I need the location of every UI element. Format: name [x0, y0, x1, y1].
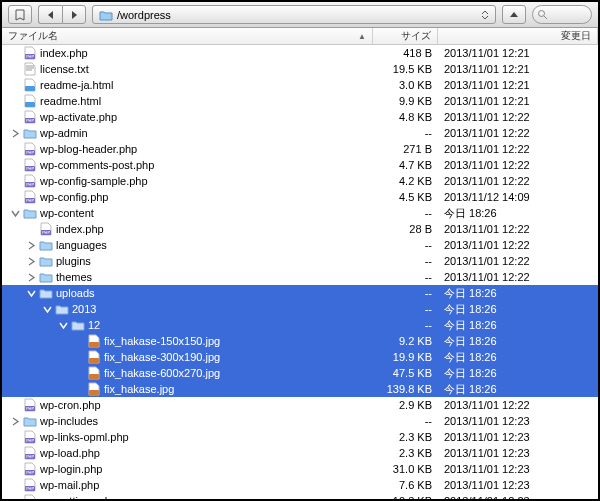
file-row[interactable]: PHPindex.php28 B2013/11/01 12:22: [2, 221, 598, 237]
file-row[interactable]: PHPwp-settings.php10.3 KB2013/11/01 12:2…: [2, 493, 598, 501]
disclosure-open-icon[interactable]: [11, 209, 20, 218]
folder-icon: [99, 9, 113, 21]
php-icon: PHP: [23, 494, 37, 501]
disclosure-none-icon: [11, 161, 20, 170]
file-name: wp-cron.php: [40, 399, 101, 411]
file-row[interactable]: readme-ja.html3.0 KB2013/11/01 12:21: [2, 77, 598, 93]
svg-rect-3: [25, 86, 35, 91]
path-dropdown[interactable]: /wordpress: [92, 5, 496, 24]
svg-text:PHP: PHP: [26, 166, 35, 171]
php-icon: PHP: [23, 190, 37, 204]
disclosure-none-icon: [75, 385, 84, 394]
file-row[interactable]: PHPwp-load.php2.3 KB2013/11/01 12:23: [2, 445, 598, 461]
folder-icon: [39, 286, 53, 300]
file-row[interactable]: wp-content--今日 18:26: [2, 205, 598, 221]
disclosure-open-icon[interactable]: [27, 289, 36, 298]
file-date: 今日 18:26: [438, 318, 598, 333]
file-row[interactable]: license.txt19.5 KB2013/11/01 12:21: [2, 61, 598, 77]
bookmarks-button[interactable]: [8, 5, 32, 24]
file-row[interactable]: PHPindex.php418 B2013/11/01 12:21: [2, 45, 598, 61]
file-row[interactable]: PHPwp-login.php31.0 KB2013/11/01 12:23: [2, 461, 598, 477]
svg-text:PHP: PHP: [26, 118, 35, 123]
disclosure-closed-icon[interactable]: [27, 273, 36, 282]
file-row[interactable]: languages--2013/11/01 12:22: [2, 237, 598, 253]
search-icon: [537, 9, 548, 20]
back-button[interactable]: [38, 5, 62, 24]
folder-icon: [55, 302, 69, 316]
file-row[interactable]: fix_hakase.jpg139.8 KB今日 18:26: [2, 381, 598, 397]
file-name: fix_hakase-300x190.jpg: [104, 351, 220, 363]
file-size: --: [373, 303, 438, 315]
disclosure-none-icon: [11, 433, 20, 442]
file-row[interactable]: plugins--2013/11/01 12:22: [2, 253, 598, 269]
file-row[interactable]: readme.html9.9 KB2013/11/01 12:21: [2, 93, 598, 109]
file-size: 139.8 KB: [373, 383, 438, 395]
svg-rect-4: [25, 102, 35, 107]
disclosure-open-icon[interactable]: [43, 305, 52, 314]
file-row[interactable]: PHPwp-links-opml.php2.3 KB2013/11/01 12:…: [2, 429, 598, 445]
file-name: wp-mail.php: [40, 479, 99, 491]
file-row[interactable]: PHPwp-mail.php7.6 KB2013/11/01 12:23: [2, 477, 598, 493]
disclosure-closed-icon[interactable]: [11, 417, 20, 426]
file-name: wp-comments-post.php: [40, 159, 154, 171]
file-name: wp-config.php: [40, 191, 109, 203]
file-name: wp-load.php: [40, 447, 100, 459]
svg-text:PHP: PHP: [26, 182, 35, 187]
file-date: 今日 18:26: [438, 286, 598, 301]
search-field[interactable]: [532, 5, 592, 24]
header-date[interactable]: 変更日: [438, 28, 598, 44]
file-row[interactable]: wp-includes--2013/11/01 12:23: [2, 413, 598, 429]
php-icon: PHP: [23, 478, 37, 492]
disclosure-none-icon: [75, 353, 84, 362]
file-date: 2013/11/01 12:22: [438, 399, 598, 411]
file-row[interactable]: PHPwp-config.php4.5 KB2013/11/12 14:09: [2, 189, 598, 205]
file-size: 19.5 KB: [373, 63, 438, 75]
svg-rect-19: [89, 374, 99, 379]
disclosure-open-icon[interactable]: [59, 321, 68, 330]
parent-folder-button[interactable]: [502, 5, 526, 24]
file-name: wp-content: [40, 207, 94, 219]
header-size[interactable]: サイズ: [373, 28, 438, 44]
file-row[interactable]: PHPwp-config-sample.php4.2 KB2013/11/01 …: [2, 173, 598, 189]
file-row[interactable]: 2013--今日 18:26: [2, 301, 598, 317]
file-size: 19.9 KB: [373, 351, 438, 363]
triangle-up-icon: [509, 10, 519, 20]
file-list[interactable]: PHPindex.php418 B2013/11/01 12:21license…: [2, 45, 598, 501]
file-row[interactable]: 12--今日 18:26: [2, 317, 598, 333]
file-row[interactable]: fix_hakase-600x270.jpg47.5 KB今日 18:26: [2, 365, 598, 381]
file-name: 2013: [72, 303, 96, 315]
triangle-right-icon: [69, 10, 79, 20]
file-row[interactable]: uploads--今日 18:26: [2, 285, 598, 301]
file-row[interactable]: PHPwp-blog-header.php271 B2013/11/01 12:…: [2, 141, 598, 157]
file-name: wp-login.php: [40, 463, 102, 475]
php-icon: PHP: [39, 222, 53, 236]
file-name: languages: [56, 239, 107, 251]
file-date: 2013/11/01 12:22: [438, 111, 598, 123]
file-row[interactable]: fix_hakase-150x150.jpg9.2 KB今日 18:26: [2, 333, 598, 349]
file-row[interactable]: wp-admin--2013/11/01 12:22: [2, 125, 598, 141]
file-row[interactable]: fix_hakase-300x190.jpg19.9 KB今日 18:26: [2, 349, 598, 365]
file-size: --: [373, 271, 438, 283]
file-name: 12: [88, 319, 100, 331]
file-date: 2013/11/01 12:21: [438, 47, 598, 59]
file-size: 28 B: [373, 223, 438, 235]
file-date: 2013/11/01 12:23: [438, 495, 598, 501]
forward-button[interactable]: [62, 5, 86, 24]
disclosure-closed-icon[interactable]: [27, 241, 36, 250]
file-row[interactable]: PHPwp-comments-post.php4.7 KB2013/11/01 …: [2, 157, 598, 173]
disclosure-closed-icon[interactable]: [27, 257, 36, 266]
file-date: 2013/11/01 12:23: [438, 463, 598, 475]
file-row[interactable]: themes--2013/11/01 12:22: [2, 269, 598, 285]
file-size: 4.8 KB: [373, 111, 438, 123]
svg-text:PHP: PHP: [26, 198, 35, 203]
folder-icon: [23, 414, 37, 428]
file-size: 4.7 KB: [373, 159, 438, 171]
jpg-icon: [87, 334, 101, 348]
file-row[interactable]: PHPwp-activate.php4.8 KB2013/11/01 12:22: [2, 109, 598, 125]
jpg-icon: [87, 350, 101, 364]
file-row[interactable]: PHPwp-cron.php2.9 KB2013/11/01 12:22: [2, 397, 598, 413]
disclosure-closed-icon[interactable]: [11, 129, 20, 138]
file-size: 4.2 KB: [373, 175, 438, 187]
header-name[interactable]: ファイル名▲: [2, 28, 373, 44]
disclosure-none-icon: [11, 65, 20, 74]
